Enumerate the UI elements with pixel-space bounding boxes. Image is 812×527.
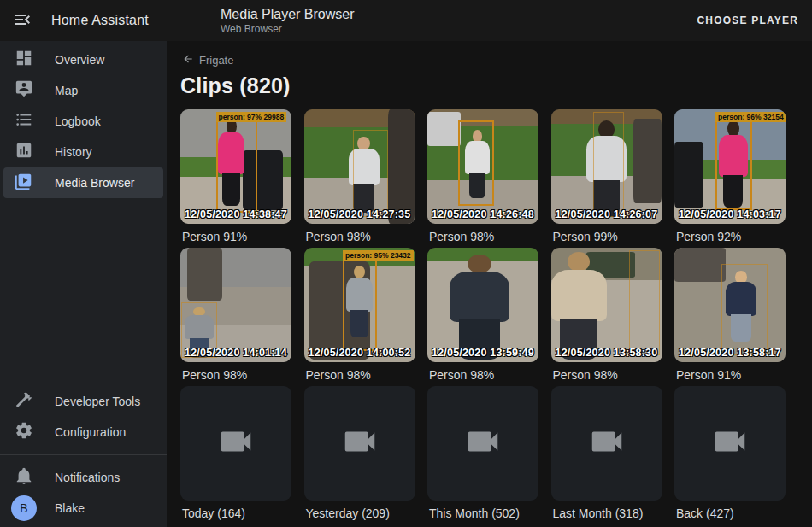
nav-icon-wrap <box>14 391 34 412</box>
clip-thumbnail[interactable]: 12/05/2020 14:27:35 <box>304 109 415 224</box>
clips-grid: person: 97% 2998812/05/2020 14:38:47Pers… <box>180 109 812 520</box>
breadcrumb-back-frigate[interactable]: Frigate <box>180 53 812 67</box>
clip-label: Person 91% <box>180 230 291 243</box>
list-bulleted-icon <box>15 110 33 132</box>
folder-card-back[interactable]: Back (427) <box>674 386 786 520</box>
clip-thumbnail[interactable]: 12/05/2020 14:26:07 <box>551 109 662 224</box>
clip-thumbnail[interactable]: 12/05/2020 13:58:30 <box>551 248 662 362</box>
clip-timestamp: 12/05/2020 14:26:07 <box>556 208 658 220</box>
clip-timestamp: 12/05/2020 14:26:48 <box>432 208 534 220</box>
folder-tile[interactable] <box>180 386 291 501</box>
thumb-object <box>388 109 415 224</box>
detection-bbox <box>715 116 752 210</box>
arrow-left-icon <box>182 53 194 67</box>
detection-badge: person: 96% 32154 <box>715 112 786 122</box>
topbar-left: Home Assistant <box>0 10 209 31</box>
thumb-object <box>427 112 461 146</box>
folder-card-this-month[interactable]: This Month (502) <box>427 386 538 520</box>
clip-label: Person 91% <box>674 368 786 382</box>
clip-card[interactable]: 12/05/2020 14:26:48Person 98% <box>427 109 538 243</box>
folder-card-last-month[interactable]: Last Month (318) <box>551 386 662 520</box>
sidebar-item-media-browser[interactable]: Media Browser <box>3 167 163 198</box>
clip-label: Person 98% <box>304 230 415 243</box>
avatar: B <box>11 495 37 521</box>
folder-label: This Month (502) <box>427 507 538 520</box>
play-box-multiple-icon <box>15 172 33 194</box>
sidebar-spacer <box>0 198 167 386</box>
clip-label: Person 92% <box>674 230 786 243</box>
detection-bbox <box>721 264 768 355</box>
folder-card-yesterday[interactable]: Yesterday (209) <box>304 386 415 520</box>
folder-label: Last Month (318) <box>551 507 662 520</box>
sidebar-item-history[interactable]: History <box>3 137 163 167</box>
sidebar-item-user-profile[interactable]: BBlake <box>3 493 163 524</box>
clip-card[interactable]: 12/05/2020 13:59:49Person 98% <box>427 248 538 382</box>
clip-thumbnail[interactable]: person: 95% 2343212/05/2020 14:00:52 <box>304 248 415 362</box>
menu-open-icon <box>12 9 32 32</box>
sidebar-item-label: Media Browser <box>55 176 134 190</box>
clip-thumbnail[interactable]: 12/05/2020 14:26:48 <box>427 109 538 224</box>
clip-card[interactable]: person: 97% 2998812/05/2020 14:38:47Pers… <box>180 109 291 243</box>
folder-tile[interactable] <box>304 386 415 501</box>
nav-icon-wrap <box>14 111 34 132</box>
clip-label: Person 98% <box>180 368 291 382</box>
page-title: Clips (820) <box>180 73 812 98</box>
clip-timestamp: 12/05/2020 14:27:35 <box>309 208 411 220</box>
detection-bbox <box>216 114 257 212</box>
person-figure <box>551 252 607 360</box>
choose-player-button[interactable]: CHOOSE PLAYER <box>686 6 809 35</box>
clip-card[interactable]: 12/05/2020 13:58:30Person 98% <box>551 248 662 382</box>
clip-thumbnail[interactable]: person: 96% 3215412/05/2020 14:03:17 <box>674 109 786 224</box>
sidebar-item-logbook[interactable]: Logbook <box>3 106 163 137</box>
folder-tile[interactable] <box>551 386 662 501</box>
sidebar-item-map[interactable]: Map <box>3 75 163 106</box>
clip-card[interactable]: 12/05/2020 14:01:14Person 98% <box>180 248 291 382</box>
clip-card[interactable]: person: 95% 2343212/05/2020 14:00:52Pers… <box>304 248 415 382</box>
clip-thumbnail[interactable]: 12/05/2020 13:58:17 <box>674 248 786 362</box>
clip-card[interactable]: 12/05/2020 14:26:07Person 99% <box>551 109 662 243</box>
sidebar-item-label: Overview <box>55 53 104 67</box>
thumb-object <box>674 142 703 208</box>
thumb-object <box>187 248 223 301</box>
sidebar-divider <box>0 454 167 455</box>
sidebar-item-overview[interactable]: Overview <box>3 44 163 75</box>
clip-label: Person 99% <box>551 230 662 243</box>
folder-card-today[interactable]: Today (164) <box>180 386 291 520</box>
clip-timestamp: 12/05/2020 13:58:17 <box>679 347 781 359</box>
clip-thumbnail[interactable]: 12/05/2020 14:01:14 <box>180 248 291 362</box>
clip-card[interactable]: person: 96% 3215412/05/2020 14:03:17Pers… <box>674 109 786 243</box>
sidebar-item-notifications[interactable]: Notifications <box>3 462 163 493</box>
sidebar-item-label: Map <box>55 84 78 97</box>
clip-label: Person 98% <box>427 368 538 382</box>
clip-label: Person 98% <box>427 230 538 243</box>
person-body <box>450 272 509 322</box>
thumb-object <box>633 119 662 203</box>
sidebar-item-label: Developer Tools <box>55 395 140 408</box>
sidebar-item-developer-tools[interactable]: Developer Tools <box>3 386 163 417</box>
clip-card[interactable]: 12/05/2020 14:27:35Person 98% <box>304 109 415 243</box>
clip-timestamp: 12/05/2020 13:58:30 <box>556 347 658 359</box>
clip-thumbnail[interactable]: person: 97% 2998812/05/2020 14:38:47 <box>180 109 291 224</box>
sidebar-toggle-button[interactable] <box>12 10 32 31</box>
video-icon <box>587 422 627 465</box>
web-browser-subtitle: Web Browser <box>221 23 686 35</box>
nav-icon-wrap <box>14 467 34 488</box>
top-app-bar: Home Assistant Media Player Browser Web … <box>0 0 812 41</box>
nav-icon-wrap <box>14 50 34 70</box>
folder-tile[interactable] <box>674 386 786 501</box>
clip-thumbnail[interactable]: 12/05/2020 13:59:49 <box>427 248 538 362</box>
sidebar-item-label: History <box>55 145 92 159</box>
clip-timestamp: 12/05/2020 13:59:49 <box>432 347 534 359</box>
person-head <box>568 252 590 272</box>
folder-tile[interactable] <box>427 386 538 501</box>
hammer-icon <box>15 390 33 413</box>
clip-timestamp: 12/05/2020 14:01:14 <box>185 347 287 359</box>
view-dashboard-icon <box>15 49 33 71</box>
user-name: Blake <box>55 501 85 515</box>
sidebar-item-configuration[interactable]: Configuration <box>3 417 163 448</box>
app-title: Home Assistant <box>51 13 149 28</box>
clip-card[interactable]: 12/05/2020 13:58:17Person 91% <box>674 248 786 382</box>
video-icon <box>710 422 750 465</box>
detection-bbox <box>458 120 494 205</box>
nav-icon-wrap <box>14 173 34 193</box>
